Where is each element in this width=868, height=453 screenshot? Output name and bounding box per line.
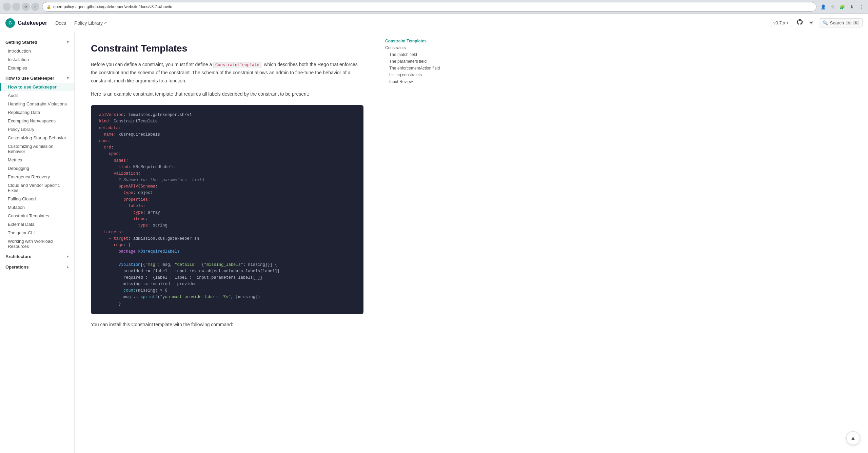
address-bar[interactable]: 🔒 open-policy-agent.github.io/gatekeeper…: [42, 2, 816, 12]
github-icon[interactable]: [796, 19, 803, 27]
browser-controls: ← → ⟳ ⌂: [3, 3, 39, 11]
main-content: Constraint Templates Before you can defi…: [75, 32, 380, 453]
nav-docs[interactable]: Docs: [55, 19, 66, 27]
browser-actions: 👤 ☆ 🧩 ⬇ ⋮: [819, 3, 865, 11]
download-button[interactable]: ⬇: [848, 3, 856, 11]
lock-icon: 🔒: [46, 5, 51, 9]
chevron-architecture: ▾: [67, 254, 69, 259]
sidebar-item-handling-violations[interactable]: Handling Constraint Violations: [0, 100, 74, 108]
version-label: v3.7.x: [773, 20, 785, 25]
toc-item-constraints[interactable]: Constraints: [385, 44, 442, 51]
sidebar-section-header-architecture[interactable]: Architecture ▾: [0, 252, 74, 261]
sidebar-item-emergency-recovery[interactable]: Emergency Recovery: [0, 173, 74, 181]
home-button[interactable]: ⌂: [31, 3, 39, 11]
brand-name: Gatekeeper: [18, 20, 47, 26]
toc-item-constraint-templates[interactable]: Constraint Templates: [385, 38, 442, 44]
sidebar-section-operations: Operations ▸: [0, 262, 74, 272]
sidebar-item-external-data[interactable]: External Data: [0, 220, 74, 229]
search-icon: 🔍: [823, 20, 828, 25]
kbd-cmd: ⌘: [846, 21, 851, 25]
sidebar-item-constraint-templates[interactable]: Constraint Templates: [0, 212, 74, 220]
star-button[interactable]: ☆: [829, 3, 837, 11]
search-button[interactable]: 🔍 Search ⌘ K: [819, 18, 863, 27]
toc-item-parameters-field[interactable]: The parameters field: [385, 58, 442, 65]
sidebar-item-policy-library[interactable]: Policy Library: [0, 125, 74, 134]
toc-item-input-review[interactable]: Input Review: [385, 78, 442, 85]
sidebar-section-header-operations[interactable]: Operations ▸: [0, 262, 74, 272]
navbar: G Gatekeeper Docs Policy Library ↗ v3.7.…: [0, 14, 868, 32]
back-button[interactable]: ←: [3, 3, 11, 11]
toc-item-listing-constraints[interactable]: Listing constraints: [385, 72, 442, 78]
sidebar-item-introduction[interactable]: Introduction: [0, 47, 74, 55]
install-text: You can install this ConstraintTemplate …: [91, 321, 363, 329]
sidebar-item-gator-cli[interactable]: The gator CLI: [0, 229, 74, 237]
sidebar-section-getting-started: Getting Started ▾ Introduction Installat…: [0, 38, 74, 72]
version-selector[interactable]: v3.7.x ▾: [771, 19, 791, 27]
toc-item-enforcement-action[interactable]: The enforcementAction field: [385, 65, 442, 72]
kbd-k: K: [853, 21, 859, 25]
code-content: apiVersion: templates.gatekeeper.sh/v1 k…: [99, 112, 355, 307]
chevron-getting-started: ▾: [67, 40, 69, 44]
sidebar-item-customizing-startup[interactable]: Customizing Startup Behavior: [0, 134, 74, 142]
app-layout: G Gatekeeper Docs Policy Library ↗ v3.7.…: [0, 14, 868, 453]
page-title: Constraint Templates: [91, 43, 363, 54]
sidebar-item-customizing-admission[interactable]: Customizing Admission Behavior: [0, 142, 74, 156]
toc-item-match-field[interactable]: The match field: [385, 51, 442, 58]
brand: G Gatekeeper: [5, 18, 47, 28]
brand-logo: G: [5, 18, 15, 28]
navbar-right: v3.7.x ▾ ☀ 🔍 Search ⌘ K: [771, 18, 863, 27]
left-sidebar: Getting Started ▾ Introduction Installat…: [0, 32, 75, 453]
back-to-top-button[interactable]: ▲: [846, 431, 860, 445]
url-text: open-policy-agent.github.io/gatekeeper/w…: [53, 4, 172, 9]
intro-paragraph: Before you can define a constraint, you …: [91, 61, 363, 85]
sidebar-item-failing-closed[interactable]: Failing Closed: [0, 195, 74, 203]
version-chevron: ▾: [787, 21, 789, 25]
sidebar-section-architecture: Architecture ▾: [0, 252, 74, 261]
nav-policy-library[interactable]: Policy Library ↗: [74, 19, 107, 27]
inline-code-constraint-template: ConstraintTemplate: [213, 62, 261, 68]
sidebar-item-replicating-data[interactable]: Replicating Data: [0, 108, 74, 117]
example-intro: Here is an example constraint template t…: [91, 90, 363, 98]
sidebar-item-installation[interactable]: Installation: [0, 55, 74, 64]
content-area: Getting Started ▾ Introduction Installat…: [0, 32, 868, 453]
search-label: Search: [830, 20, 844, 25]
chevron-operations: ▸: [67, 265, 69, 269]
sidebar-section-how-to-use: How to use Gatekeeper ▾ How to use Gatek…: [0, 74, 74, 251]
sidebar-item-exempting-namespaces[interactable]: Exempting Namespaces: [0, 117, 74, 125]
chevron-how-to-use: ▾: [67, 76, 69, 80]
toc-sidebar: Constraint Templates Constraints The mat…: [380, 32, 448, 453]
forward-button[interactable]: →: [12, 3, 20, 11]
theme-toggle-icon[interactable]: ☀: [809, 20, 813, 26]
sidebar-item-examples[interactable]: Examples: [0, 64, 74, 72]
profile-button[interactable]: 👤: [819, 3, 827, 11]
extensions-button[interactable]: 🧩: [838, 3, 846, 11]
sidebar-item-how-to-use[interactable]: How to use Gatekeeper: [0, 83, 74, 91]
menu-button[interactable]: ⋮: [857, 3, 865, 11]
code-block: apiVersion: templates.gatekeeper.sh/v1 k…: [91, 105, 363, 314]
sidebar-section-header-getting-started[interactable]: Getting Started ▾: [0, 38, 74, 47]
browser-chrome: ← → ⟳ ⌂ 🔒 open-policy-agent.github.io/ga…: [0, 0, 868, 14]
sidebar-section-header-how-to-use[interactable]: How to use Gatekeeper ▾: [0, 74, 74, 83]
sidebar-item-mutation[interactable]: Mutation: [0, 203, 74, 212]
sidebar-item-metrics[interactable]: Metrics: [0, 156, 74, 164]
sidebar-item-audit[interactable]: Audit: [0, 91, 74, 100]
sidebar-item-debugging[interactable]: Debugging: [0, 164, 74, 173]
reload-button[interactable]: ⟳: [22, 3, 30, 11]
sidebar-item-workload-resources[interactable]: Working with Workload Resources: [0, 237, 74, 251]
external-link-icon: ↗: [104, 21, 107, 25]
sidebar-item-cloud-vendor[interactable]: Cloud and Vendor Specific Fixes: [0, 181, 74, 195]
